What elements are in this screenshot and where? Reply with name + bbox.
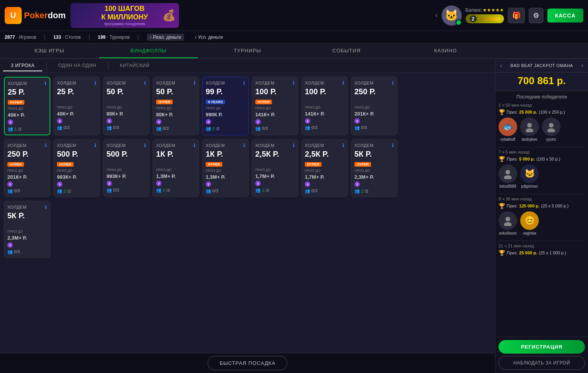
game-card-1-3[interactable]: ХОЛДЕМ ℹ 1К Р. ПРИЗ ДО 1,3М+ Р. 3 👥 1/3 bbox=[153, 139, 199, 197]
real-money-tab[interactable]: › Реал. деньги bbox=[147, 34, 184, 41]
card-badge-1-4: HYPER bbox=[206, 162, 222, 167]
tab-windfall[interactable]: ВИНДФОЛЛЫ bbox=[99, 43, 198, 58]
balance-bar bbox=[480, 17, 500, 21]
card-amount-1-6: 2,5К Р. bbox=[305, 150, 344, 159]
card-players-dot-1-3: 3 bbox=[156, 181, 162, 186]
card-players-1-7: 👥 2/3 bbox=[354, 188, 394, 193]
kassa-button[interactable]: КАССА bbox=[547, 9, 583, 22]
info-icon-0-0[interactable]: ℹ bbox=[45, 81, 47, 86]
balance-stars: ★★★★★ bbox=[483, 7, 504, 13]
jackpot-next-button[interactable]: › bbox=[581, 62, 583, 69]
info-icon-1-0[interactable]: ℹ bbox=[45, 143, 47, 148]
main-tabs: КЭШ ИГРЫ ВИНДФОЛЛЫ ТУРНИРЫ СОБЫТИЯ КАЗИН… bbox=[0, 43, 588, 59]
card-type-2-0: ХОЛДЕМ ℹ bbox=[7, 204, 47, 210]
game-card-1-4[interactable]: ХОЛДЕМ ℹ 1К Р. HYPER ПРИЗ ДО 1,3М+ Р. 3 … bbox=[202, 139, 249, 197]
game-card-1-6[interactable]: ХОЛДЕМ ℹ 2,5К Р. HYPER ПРИЗ ДО 1,7М+ Р. … bbox=[301, 139, 348, 197]
register-button[interactable]: РЕГИСТРАЦИЯ bbox=[499, 340, 585, 354]
avatar-wrap[interactable]: 🐱 bbox=[442, 5, 462, 26]
svg-point-5 bbox=[504, 175, 512, 179]
virtual-money-tab[interactable]: › Усл. деньги bbox=[192, 34, 226, 41]
info-icon-1-1[interactable]: ℹ bbox=[95, 143, 97, 148]
winner-name-1-1: piligrimoo bbox=[521, 184, 538, 188]
gift-button[interactable]: 🎁 bbox=[508, 8, 525, 23]
card-amount-0-6: 100 Р. bbox=[305, 87, 344, 96]
card-prize-0-4: 990К Р. bbox=[206, 112, 245, 117]
card-prize-label-0-7: ПРИЗ ДО bbox=[354, 105, 394, 109]
card-players-row-0-4: 3 bbox=[206, 119, 245, 124]
winner-prize-1: 🏆 Приз: 5 000 р. (100 х 50 р.) bbox=[499, 156, 585, 162]
game-card-0-7[interactable]: ХОЛДЕМ ℹ 250 Р. ПРИЗ ДО 201К+ Р. 3 👥 0/3 bbox=[351, 77, 397, 135]
tab-cash[interactable]: КЭШ ИГРЫ bbox=[0, 43, 99, 58]
info-icon-1-7[interactable]: ℹ bbox=[392, 143, 394, 148]
winner-avatar-1-0 bbox=[499, 164, 517, 183]
card-players-row-1-5: 3 bbox=[255, 181, 295, 186]
info-icon-0-6[interactable]: ℹ bbox=[342, 80, 345, 86]
watch-button[interactable]: НАБЛЮДАТЬ ЗА ИГРОЙ bbox=[499, 356, 585, 370]
game-card-0-6[interactable]: ХОЛДЕМ ℹ 100 Р. ПРИЗ ДО 141К+ Р. 3 👥 0/3 bbox=[301, 77, 348, 135]
game-card-0-2[interactable]: ХОЛДЕМ ℹ 50 Р. ПРИЗ ДО 80К+ Р. 3 👥 0/3 bbox=[103, 77, 150, 135]
tab-tournaments[interactable]: ТУРНИРЫ bbox=[198, 43, 297, 58]
game-row-2: ХОЛДЕМ ℹ 5К Р. ПРИЗ ДО 2,3М+ Р. 3 👥 0/3 bbox=[4, 201, 491, 258]
game-card-1-5[interactable]: ХОЛДЕМ ℹ 2,5К Р. ПРИЗ ДО 1,7М+ Р. 3 👥 1/… bbox=[252, 139, 298, 197]
card-players-dot-0-1: 3 bbox=[57, 118, 62, 124]
prize-amount-1: 5 000 р. bbox=[519, 157, 535, 161]
prize-amount-0: 25 000 р. bbox=[519, 110, 537, 114]
game-card-2-0[interactable]: ХОЛДЕМ ℹ 5К Р. ПРИЗ ДО 2,3М+ Р. 3 👥 0/3 bbox=[4, 201, 50, 258]
game-card-0-0[interactable]: ХОЛДЕМ ℹ 25 Р. HYPER ПРИЗ ДО 40К+ Р. 3 👥… bbox=[4, 77, 50, 135]
card-badge-0-5: HYPER bbox=[255, 100, 272, 104]
svg-point-3 bbox=[547, 128, 555, 132]
card-amount-0-2: 50 Р. bbox=[107, 87, 146, 96]
info-icon-0-2[interactable]: ℹ bbox=[144, 80, 146, 86]
card-players-1-6: 👥 0/3 bbox=[305, 188, 344, 193]
sub-tab-oneone[interactable]: ОДИН НА ОДИН bbox=[50, 60, 104, 71]
winners-title: Последние победители bbox=[499, 94, 585, 100]
game-card-0-1[interactable]: ХОЛДЕМ ℹ 25 Р. ПРИЗ ДО 40К+ Р. 3 👥 0/3 bbox=[53, 77, 100, 135]
card-type-1-1: ХОЛДЕМ ℹ bbox=[57, 143, 96, 148]
game-card-0-3[interactable]: ХОЛДЕМ ℹ 50 Р. HYPER ПРИЗ ДО 80К+ Р. 3 👥… bbox=[153, 77, 199, 135]
info-icon-2-0[interactable]: ℹ bbox=[45, 204, 47, 210]
game-card-0-5[interactable]: ХОЛДЕМ ℹ 100 Р. HYPER ПРИЗ ДО 141К+ Р. 3… bbox=[252, 77, 298, 135]
sub-tab-3players[interactable]: 3 ИГРОКА bbox=[3, 60, 42, 71]
card-players-dot-1-0: 3 bbox=[7, 181, 13, 187]
card-type-0-3: ХОЛДЕМ ℹ bbox=[156, 80, 196, 86]
info-icon-0-4[interactable]: ℹ bbox=[243, 80, 246, 86]
info-icon-1-4[interactable]: ℹ bbox=[243, 143, 246, 148]
card-type-1-4: ХОЛДЕМ ℹ bbox=[206, 143, 245, 148]
game-row-1: ХОЛДЕМ ℹ 250 Р. HYPER ПРИЗ ДО 201К+ Р. 3… bbox=[4, 139, 491, 197]
card-players-row-1-0: 3 bbox=[7, 181, 47, 187]
info-icon-1-3[interactable]: ℹ bbox=[194, 143, 196, 148]
prize-amount-3: 25 000 р. bbox=[519, 250, 537, 255]
info-icon-1-6[interactable]: ℹ bbox=[342, 143, 345, 148]
nav-prev-button[interactable]: ‹ bbox=[435, 11, 438, 19]
info-icon-0-3[interactable]: ℹ bbox=[194, 80, 196, 86]
info-icon-0-5[interactable]: ℹ bbox=[293, 80, 295, 86]
settings-button[interactable]: ⚙ bbox=[529, 8, 543, 23]
info-icon-0-1[interactable]: ℹ bbox=[95, 80, 97, 86]
sub-tab-chinese[interactable]: КИТАЙСКИЙ bbox=[112, 60, 158, 71]
winner-prize-0: 🏆 Приз: 25 000 р. (100 х 250 р.) bbox=[499, 109, 585, 115]
card-type-1-7: ХОЛДЕМ ℹ bbox=[354, 143, 394, 148]
game-card-1-1[interactable]: ХОЛДЕМ ℹ 500 Р. HYPER ПРИЗ ДО 993К+ Р. 3… bbox=[53, 139, 100, 197]
game-card-1-7[interactable]: ХОЛДЕМ ℹ 5К Р. HYPER ПРИЗ ДО 2,3М+ Р. 3 … bbox=[351, 139, 397, 197]
winners-section: Последние победители 1 ч 50 мин назад 🏆 … bbox=[495, 91, 588, 337]
fast-seat-button[interactable]: БЫСТРАЯ ПОСАДКА bbox=[208, 356, 287, 370]
info-icon-0-7[interactable]: ℹ bbox=[392, 80, 394, 86]
tab-casino[interactable]: КАЗИНО bbox=[396, 43, 495, 58]
logo-text: Pokerdom bbox=[24, 10, 66, 21]
card-badge-1-6: HYPER bbox=[305, 162, 322, 167]
winner-prize-3: 🏆 Приз: 25 000 р. (25 х 1 000 р.) bbox=[499, 250, 585, 256]
card-amount-0-1: 25 Р. bbox=[57, 87, 96, 96]
card-badge-0-3: HYPER bbox=[156, 100, 173, 104]
nav-divider-2: | bbox=[88, 34, 90, 41]
card-amount-1-0: 250 Р. bbox=[7, 150, 47, 159]
info-icon-1-5[interactable]: ℹ bbox=[293, 143, 295, 148]
game-card-1-2[interactable]: ХОЛДЕМ ℹ 500 Р. ПРИЗ ДО 993К+ Р. 3 👥 0/3 bbox=[103, 139, 150, 197]
winner-avatar-block-1-1: 🐱 piligrimoo bbox=[520, 164, 539, 188]
card-players-dot-0-3: 3 bbox=[156, 119, 162, 124]
game-card-0-4[interactable]: ХОЛДЕМ ℹ 99 Р. 9 YEARS ПРИЗ ДО 990К Р. 3… bbox=[202, 77, 249, 135]
game-card-1-0[interactable]: ХОЛДЕМ ℹ 250 Р. HYPER ПРИЗ ДО 201К+ Р. 3… bbox=[4, 139, 50, 197]
banner[interactable]: 100 ШАГОВК МИЛЛИОНУ программа поощрения … bbox=[70, 3, 179, 28]
info-icon-1-2[interactable]: ℹ bbox=[144, 143, 146, 148]
card-type-1-2: ХОЛДЕМ ℹ bbox=[107, 143, 146, 148]
tab-events[interactable]: СОБЫТИЯ bbox=[297, 43, 396, 58]
